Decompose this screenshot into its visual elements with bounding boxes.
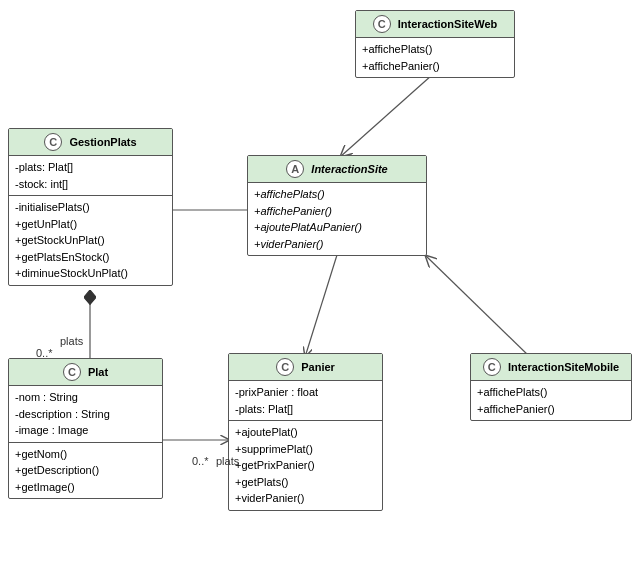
method-panier-3: +getPrixPanier(): [235, 457, 376, 474]
method-mobile-2: +affichePanier(): [477, 401, 625, 418]
stereotype-c-panier: C: [276, 358, 294, 376]
svg-line-3: [425, 255, 530, 357]
svg-line-2: [340, 75, 432, 157]
class-interaction-site-mobile: C InteractionSiteMobile +affichePlats() …: [470, 353, 632, 421]
class-header-interaction-site-web: C InteractionSiteWeb: [356, 11, 514, 38]
methods-section-gestion: -initialisePlats() +getUnPlat() +getStoc…: [9, 196, 172, 285]
method-is-3: +ajoutePlatAuPanier(): [254, 219, 420, 236]
class-name-panier: Panier: [301, 361, 335, 373]
class-interaction-site: A InteractionSite +affichePlats() +affic…: [247, 155, 427, 256]
method-is-1: +affichePlats(): [254, 186, 420, 203]
methods-section-plat: +getNom() +getDescription() +getImage(): [9, 443, 162, 499]
label-plats-panier: plats: [216, 455, 239, 467]
method-gestion-5: +diminueStockUnPlat(): [15, 265, 166, 282]
attr-plat-2: -description : String: [15, 406, 156, 423]
attributes-section-gestion: -plats: Plat[] -stock: int[]: [9, 156, 172, 196]
label-multiplicity-lower: 0..*: [36, 347, 53, 359]
method-plat-2: +getDescription(): [15, 462, 156, 479]
attr-gestion-2: -stock: int[]: [15, 176, 166, 193]
methods-section-mobile: +affichePlats() +affichePanier(): [471, 381, 631, 420]
class-name-mobile: InteractionSiteMobile: [508, 361, 619, 373]
label-multiplicity-panier: 0..*: [192, 455, 209, 467]
attr-plat-3: -image : Image: [15, 422, 156, 439]
class-panier: C Panier -prixPanier : float -plats: Pla…: [228, 353, 383, 511]
method-is-4: +viderPanier(): [254, 236, 420, 253]
method-mobile-1: +affichePlats(): [477, 384, 625, 401]
stereotype-a: A: [286, 160, 304, 178]
class-gestion-plats: C GestionPlats -plats: Plat[] -stock: in…: [8, 128, 173, 286]
method-gestion-4: +getPlatsEnStock(): [15, 249, 166, 266]
method-gestion-3: +getStockUnPlat(): [15, 232, 166, 249]
class-header-plat: C Plat: [9, 359, 162, 386]
attributes-section-plat: -nom : String -description : String -ima…: [9, 386, 162, 443]
class-plat: C Plat -nom : String -description : Stri…: [8, 358, 163, 499]
class-name-interaction-site: InteractionSite: [311, 163, 387, 175]
methods-section-interaction-site: +affichePlats() +affichePanier() +ajoute…: [248, 183, 426, 255]
class-name-gestion-plats: GestionPlats: [69, 136, 136, 148]
stereotype-c-web: C: [373, 15, 391, 33]
attr-gestion-1: -plats: Plat[]: [15, 159, 166, 176]
method-is-2: +affichePanier(): [254, 203, 420, 220]
method-web-2: +affichePanier(): [362, 58, 508, 75]
method-gestion-1: -initialisePlats(): [15, 199, 166, 216]
class-interaction-site-web: C InteractionSiteWeb +affichePlats() +af…: [355, 10, 515, 78]
methods-section-panier: +ajoutePlat() +supprimePlat() +getPrixPa…: [229, 421, 382, 510]
method-panier-5: +viderPanier(): [235, 490, 376, 507]
method-panier-1: +ajoutePlat(): [235, 424, 376, 441]
class-header-interaction-site: A InteractionSite: [248, 156, 426, 183]
svg-line-6: [305, 255, 337, 357]
class-header-panier: C Panier: [229, 354, 382, 381]
class-name-web: InteractionSiteWeb: [398, 18, 497, 30]
method-web-1: +affichePlats(): [362, 41, 508, 58]
label-plats-association: plats: [60, 335, 83, 347]
class-header-gestion-plats: C GestionPlats: [9, 129, 172, 156]
attr-plat-1: -nom : String: [15, 389, 156, 406]
method-panier-2: +supprimePlat(): [235, 441, 376, 458]
class-header-mobile: C InteractionSiteMobile: [471, 354, 631, 381]
stereotype-c-plat: C: [63, 363, 81, 381]
method-gestion-2: +getUnPlat(): [15, 216, 166, 233]
class-name-plat: Plat: [88, 366, 108, 378]
methods-section-web: +affichePlats() +affichePanier(): [356, 38, 514, 77]
uml-diagram: C InteractionSiteWeb +affichePlats() +af…: [0, 0, 639, 582]
attributes-section-panier: -prixPanier : float -plats: Plat[]: [229, 381, 382, 421]
method-plat-3: +getImage(): [15, 479, 156, 496]
attr-panier-1: -prixPanier : float: [235, 384, 376, 401]
attr-panier-2: -plats: Plat[]: [235, 401, 376, 418]
stereotype-c-mobile: C: [483, 358, 501, 376]
method-panier-4: +getPlats(): [235, 474, 376, 491]
method-plat-1: +getNom(): [15, 446, 156, 463]
stereotype-c-gestion: C: [44, 133, 62, 151]
